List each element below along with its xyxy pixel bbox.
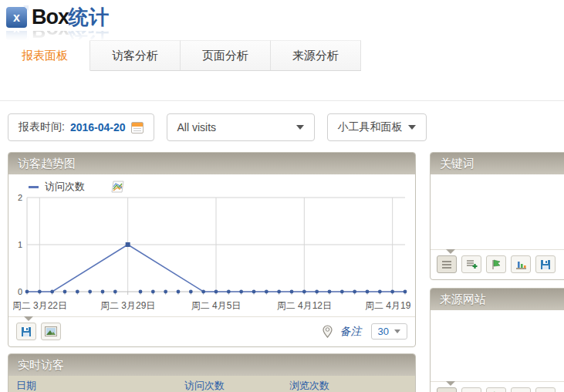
table-view-icon[interactable] [437, 255, 457, 273]
chart-type-icon[interactable] [111, 181, 124, 193]
column-visits[interactable]: 访问次数 [184, 379, 289, 392]
divider [0, 100, 564, 101]
column-pageviews[interactable]: 浏览次数 [289, 379, 415, 392]
logo-reflection: x Box统计 [6, 31, 564, 43]
referrers-body [431, 310, 564, 381]
caret-down-icon [394, 329, 400, 333]
svg-text:周二 4月19日: 周二 4月19日 [365, 300, 411, 311]
svg-text:周二 4月12日: 周二 4月12日 [277, 300, 332, 311]
legend-line-swatch [29, 186, 39, 188]
legend-label: 访问次数 [45, 180, 85, 194]
tab-visitors[interactable]: 访客分析 [90, 40, 181, 70]
table-all-columns-icon[interactable] [461, 387, 481, 392]
collapse-arrow-icon[interactable] [446, 381, 455, 386]
goals-flag-icon[interactable] [486, 255, 506, 273]
bar-chart-icon[interactable] [511, 387, 531, 392]
bar-chart-icon[interactable] [511, 255, 531, 273]
calendar-icon [131, 122, 144, 133]
right-column: 关键词 [430, 152, 564, 392]
referrer-websites-panel: 来源网站 [430, 288, 564, 392]
annotation-pin-icon[interactable] [323, 325, 333, 338]
export-image-icon[interactable] [41, 323, 61, 340]
keywords-footer [431, 249, 564, 279]
svg-text:周二 4月5日: 周二 4月5日 [191, 300, 241, 311]
app-title: Box统计 [32, 4, 109, 31]
svg-text:周二 3月22日: 周二 3月22日 [13, 300, 67, 311]
collapse-arrow-icon[interactable] [24, 316, 33, 321]
tab-pages[interactable]: 页面分析 [181, 40, 271, 70]
keywords-body [431, 174, 564, 249]
trend-chart-footer: 备注 30 [8, 316, 415, 346]
app-title-en: Box [32, 5, 69, 29]
realtime-table-header: 日期 访问次数 浏览次数 [8, 376, 415, 392]
tab-dashboard[interactable]: 报表面板 [0, 40, 90, 71]
tab-referrers[interactable]: 来源分析 [271, 40, 361, 70]
row-count-select[interactable]: 30 [371, 323, 407, 340]
date-label: 报表时间: [19, 120, 65, 134]
svg-text:0: 0 [18, 287, 22, 296]
masthead: x Box统计 x Box统计 [0, 0, 564, 40]
panel-title: 实时访客 [18, 358, 64, 373]
main-tabs: 报表面板 访客分析 页面分析 来源分析 [0, 40, 361, 71]
svg-text:2: 2 [18, 193, 22, 202]
annotations-link[interactable]: 备注 [340, 325, 362, 339]
svg-text:1: 1 [18, 240, 22, 249]
panel-title: 来源网站 [440, 292, 486, 307]
realtime-visitors-panel: 实时访客 日期 访问次数 浏览次数 [8, 353, 416, 392]
column-date[interactable]: 日期 [16, 379, 184, 392]
chart-legend: 访问次数 [8, 174, 415, 193]
caret-down-icon [296, 125, 304, 130]
segment-value: All visits [177, 121, 217, 133]
panel-title: 关键词 [440, 157, 475, 171]
widgets-menu-label: 小工具和面板 [338, 120, 403, 134]
keywords-header[interactable]: 关键词 [431, 153, 564, 174]
realtime-visitors-header[interactable]: 实时访客 [8, 354, 415, 376]
left-column: 访客趋势图 访问次数 012周二 3月22日周二 3月29日周二 4月5日周二 … [8, 152, 416, 392]
row-count-value: 30 [378, 326, 389, 337]
caret-down-icon [408, 125, 416, 130]
date-value: 2016-04-20 [70, 121, 126, 133]
export-data-icon[interactable] [16, 323, 36, 340]
svg-text:周二 3月29日: 周二 3月29日 [100, 300, 155, 311]
table-all-columns-icon[interactable] [461, 255, 481, 273]
widgets-menu-button[interactable]: 小工具和面板 [327, 113, 427, 141]
date-picker-button[interactable]: 报表时间: 2016-04-20 [8, 113, 154, 141]
app-logo: x Box统计 [6, 4, 564, 31]
goals-flag-icon[interactable] [486, 387, 506, 392]
visitor-trend-panel: 访客趋势图 访问次数 012周二 3月22日周二 3月29日周二 4月5日周二 … [8, 152, 416, 347]
referrer-websites-header[interactable]: 来源网站 [431, 289, 564, 310]
table-view-icon[interactable] [437, 387, 457, 392]
toolbar: 报表时间: 2016-04-20 All visits 小工具和面板 [8, 113, 564, 141]
panel-title: 访客趋势图 [18, 157, 76, 171]
segment-select[interactable]: All visits [167, 113, 315, 141]
visitor-trend-header[interactable]: 访客趋势图 [8, 153, 415, 174]
keywords-panel: 关键词 [430, 152, 564, 280]
export-data-icon[interactable] [535, 387, 556, 392]
dashboard-content: 访客趋势图 访问次数 012周二 3月22日周二 3月29日周二 4月5日周二 … [8, 152, 564, 392]
collapse-arrow-icon[interactable] [446, 249, 455, 254]
app-title-cn: 统计 [69, 5, 109, 29]
box-logo-icon: x [6, 7, 27, 28]
export-data-icon[interactable] [535, 255, 556, 273]
trend-chart-svg[interactable]: 012周二 3月22日周二 3月29日周二 4月5日周二 4月12日周二 4月1… [13, 193, 411, 315]
referrers-footer [431, 381, 564, 392]
